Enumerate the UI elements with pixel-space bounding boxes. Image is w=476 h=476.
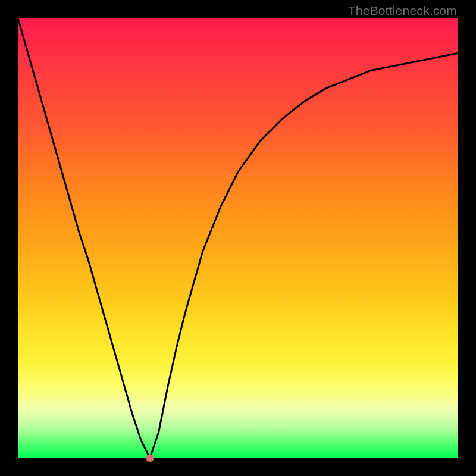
watermark-text: TheBottleneck.com bbox=[348, 4, 457, 18]
chart-frame: TheBottleneck.com bbox=[0, 0, 476, 476]
plot-area bbox=[18, 18, 458, 458]
